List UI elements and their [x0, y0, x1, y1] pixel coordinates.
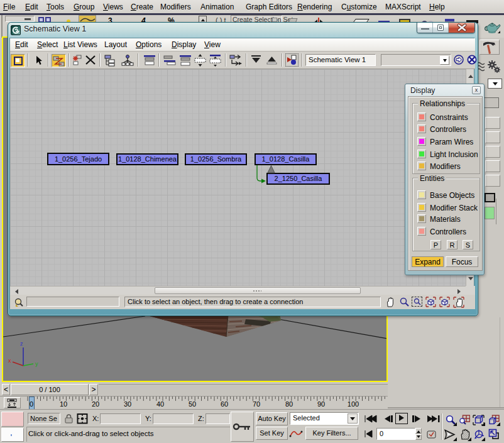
svg-text:x: x	[8, 358, 11, 364]
svg-text:y: y	[35, 361, 38, 367]
svg-text:100: 100	[348, 400, 359, 408]
svg-text:90: 90	[317, 400, 325, 408]
svg-text:40: 40	[156, 400, 164, 408]
svg-text:80: 80	[285, 400, 293, 408]
svg-text:50: 50	[189, 400, 196, 408]
svg-text:60: 60	[221, 400, 228, 408]
svg-text:70: 70	[253, 400, 260, 408]
svg-text:10: 10	[60, 400, 67, 408]
svg-text:30: 30	[124, 400, 131, 408]
svg-text:z: z	[20, 341, 23, 347]
svg-text:20: 20	[92, 400, 99, 408]
